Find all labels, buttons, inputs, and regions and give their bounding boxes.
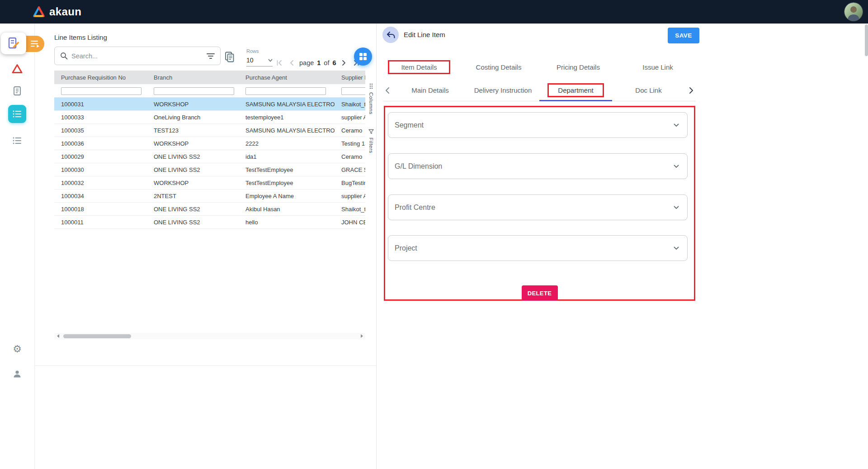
department-form-annotation-box: Segment G/L Dimension Profit Centre Proj… (384, 106, 695, 301)
tab-item-details[interactable]: Item Details (379, 59, 459, 75)
field-label: G/L Dimension (395, 162, 674, 171)
table-row[interactable]: 10000342NTESTEmployee A Namesupplier AA (54, 189, 365, 203)
edit-note-button[interactable] (1, 33, 26, 54)
prev-page-button[interactable] (287, 58, 296, 68)
person-icon (13, 370, 22, 379)
table-cell: 1000030 (54, 166, 147, 173)
tab-issue-link[interactable]: Issue Link (618, 59, 698, 75)
table-row[interactable]: 1000032WORKSHOPTestTestEmployeeBugTestin… (54, 176, 365, 189)
horizontal-scrollbar[interactable] (54, 333, 365, 339)
back-button[interactable] (382, 27, 399, 43)
table-cell: supplier AA (335, 114, 365, 121)
user-avatar[interactable] (844, 3, 863, 21)
table-row[interactable]: 1000033OneLiving Branchtestemployee1supp… (54, 111, 365, 124)
vertical-scrollbar[interactable] (865, 24, 868, 469)
filter-icon[interactable] (207, 53, 215, 59)
rows-label: Rows (246, 48, 273, 54)
delete-button[interactable]: DELETE (522, 285, 558, 301)
triangle-left-icon (56, 334, 60, 338)
main-tabs: Item Details Costing Details Pricing Det… (379, 59, 698, 75)
subtab-doc-link[interactable]: Doc Link (612, 80, 685, 101)
table-row[interactable]: 1000018ONE LIVING SS2Akibul HasanShaikot… (54, 203, 365, 216)
rows-per-page-select[interactable]: Rows 10 (246, 48, 273, 66)
table-row[interactable]: 1000029ONE LIVING SS2ida1Ceramo (54, 150, 365, 163)
table-cell: Shaikot_tes (335, 101, 365, 108)
apps-button[interactable] (354, 47, 372, 66)
invoice-icon (13, 86, 22, 96)
tab-pricing-details[interactable]: Pricing Details (538, 59, 618, 75)
chevron-left-icon (289, 60, 294, 66)
table-row[interactable]: 1000035TEST123SAMSUNG MALAYSIA ELECTRO..… (54, 124, 365, 137)
project-select[interactable]: Project (388, 235, 688, 261)
subtab-label: Delivery Instruction (474, 86, 532, 94)
search-input[interactable] (71, 52, 203, 60)
scrollbar-thumb[interactable] (63, 334, 131, 338)
filters-panel-tab[interactable]: Filters (366, 125, 376, 157)
next-page-button[interactable] (340, 58, 349, 68)
scrollbar-track[interactable] (61, 333, 359, 339)
table-cell: 1000011 (54, 219, 147, 226)
scroll-right-button[interactable] (359, 333, 365, 339)
first-page-button[interactable] (275, 58, 284, 68)
panel-divider (35, 365, 376, 366)
table-cell: TestTestEmployee (239, 166, 335, 173)
brand-logo[interactable]: akaun (33, 5, 81, 18)
edit-note-icon (7, 37, 20, 50)
subtab-department[interactable]: Department (539, 80, 612, 101)
segment-select[interactable]: Segment (388, 112, 688, 138)
table-cell: hello (239, 219, 335, 226)
tab-label: Pricing Details (557, 63, 600, 71)
back-arrow-icon (386, 31, 395, 39)
sidebar-item-listing[interactable] (11, 136, 23, 146)
table-cell: ONE LIVING SS2 (147, 219, 239, 226)
subtab-delivery-instruction[interactable]: Delivery Instruction (467, 80, 539, 101)
table-cell: 2222 (239, 140, 335, 147)
table-cell: Akibul Hasan (239, 206, 335, 213)
column-filter-input[interactable] (154, 87, 234, 95)
profit-centre-select[interactable]: Profit Centre (388, 194, 688, 220)
gl-dimension-select[interactable]: G/L Dimension (388, 153, 688, 179)
chevron-down-icon (674, 246, 679, 250)
column-filter-input[interactable] (245, 87, 326, 95)
table-cell: supplier AA (335, 193, 365, 199)
table-cell: ONE LIVING SS2 (147, 166, 239, 173)
field-label: Project (395, 244, 674, 252)
chevron-down-icon (674, 123, 679, 127)
columns-panel-tab[interactable]: Columns (366, 80, 376, 118)
table-row[interactable]: 1000011ONE LIVING SS2helloJOHN CENA (54, 216, 365, 229)
sidebar-item-line-items[interactable] (8, 105, 26, 123)
scroll-left-button[interactable] (54, 333, 61, 339)
save-button[interactable]: SAVE (668, 28, 699, 43)
tab-label: Costing Details (476, 63, 522, 71)
copy-button[interactable] (224, 51, 236, 63)
column-header[interactable]: Supplier Name (335, 74, 365, 81)
table-cell: 1000032 (54, 180, 147, 186)
subtab-main-details[interactable]: Main Details (394, 80, 467, 101)
brand-triangle-icon (33, 6, 45, 18)
brand-name: akaun (49, 5, 81, 18)
sidebar-item-document[interactable] (11, 85, 23, 97)
subtab-label: Doc Link (635, 86, 661, 94)
search-box (54, 47, 221, 65)
column-filter-input[interactable] (341, 87, 365, 95)
account-button[interactable] (11, 368, 23, 380)
column-header[interactable]: Purchase Requisition No (54, 74, 147, 81)
column-header[interactable]: Branch (147, 74, 239, 81)
table-cell: SAMSUNG MALAYSIA ELECTRO... (239, 127, 335, 134)
column-filter-input[interactable] (61, 87, 142, 95)
sidebar-item-app[interactable] (11, 63, 24, 75)
chevron-down-icon (268, 59, 273, 62)
subtabs-scroll-right-button[interactable] (687, 85, 696, 95)
tab-costing-details[interactable]: Costing Details (459, 59, 538, 75)
tab-label: Issue Link (642, 63, 673, 71)
table-row[interactable]: 1000036WORKSHOP2222Testing 133 (54, 137, 365, 150)
table-cell: WORKSHOP (147, 140, 239, 147)
scrollbar-thumb[interactable] (865, 24, 868, 56)
settings-button[interactable]: ⚙ (11, 343, 24, 355)
table-row[interactable]: 1000031WORKSHOPSAMSUNG MALAYSIA ELECTRO.… (54, 98, 365, 111)
column-header[interactable]: Purchase Agent (239, 74, 335, 81)
table-row[interactable]: 1000030ONE LIVING SS2TestTestEmployeeGRA… (54, 163, 365, 176)
red-triangle-icon (12, 64, 23, 74)
subtabs-scroll-left-button[interactable] (383, 85, 392, 95)
funnel-icon (368, 129, 374, 134)
